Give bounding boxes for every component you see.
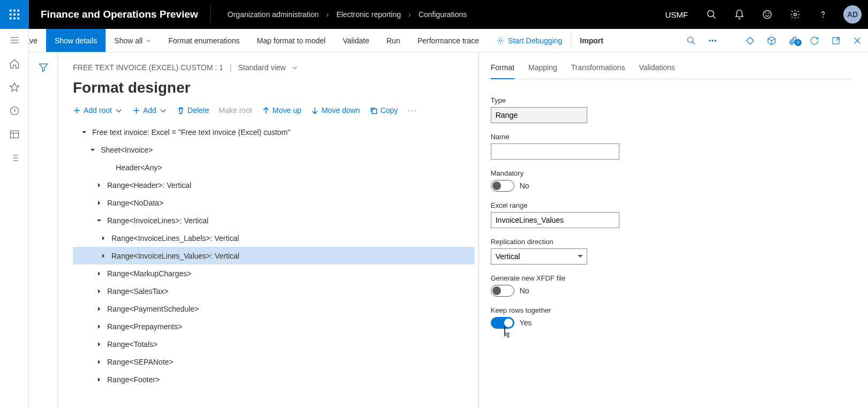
add-button[interactable]: Add: [132, 106, 167, 115]
star-icon[interactable]: [9, 81, 20, 93]
mandatory-label: Mandatory: [491, 169, 641, 177]
hamburger-icon[interactable]: [9, 34, 20, 46]
workspace-icon[interactable]: [9, 129, 20, 140]
tree-row[interactable]: Range<SEPANote>: [73, 353, 475, 371]
show-all-button[interactable]: Show all: [106, 29, 160, 52]
svg-rect-2: [18, 10, 20, 12]
tree-row[interactable]: Free text invoice: Excel = "Free text in…: [73, 123, 475, 141]
svg-line-19: [692, 42, 695, 44]
add-root-button[interactable]: Add root: [73, 106, 123, 115]
xfdf-toggle[interactable]: [491, 285, 514, 297]
tree-row[interactable]: Range<PaymentSchedule>: [73, 300, 475, 318]
start-debugging-button[interactable]: Start Debugging: [488, 29, 571, 52]
import-button[interactable]: Import: [571, 29, 612, 52]
expand-icon[interactable]: [100, 235, 107, 242]
svg-point-12: [766, 13, 766, 13]
make-root-button: Make root: [219, 106, 252, 115]
refresh-icon[interactable]: [804, 36, 825, 46]
show-details-button[interactable]: Show details: [46, 29, 106, 52]
expand-icon[interactable]: [95, 358, 103, 366]
tree-row[interactable]: Range<SalesTax>: [73, 282, 475, 300]
tab-mapping[interactable]: Mapping: [528, 63, 557, 79]
keep-rows-toggle[interactable]: [491, 317, 514, 329]
type-input[interactable]: [491, 107, 587, 123]
top-bar: Finance and Operations Preview Organizat…: [0, 0, 868, 29]
svg-point-17: [499, 40, 502, 42]
format-tree: Free text invoice: Excel = "Free text in…: [58, 118, 475, 408]
tree-row[interactable]: Range<Header>: Vertical: [73, 176, 475, 194]
tab-validations[interactable]: Validations: [639, 63, 675, 79]
close-icon[interactable]: [847, 36, 868, 46]
more-icon[interactable]: ···: [408, 106, 417, 115]
mandatory-toggle[interactable]: [491, 180, 514, 192]
expand-icon[interactable]: [95, 305, 103, 313]
tab-format[interactable]: Format: [491, 63, 514, 79]
tree-row[interactable]: Range<Totals>: [73, 335, 475, 353]
more-icon[interactable]: [702, 36, 723, 46]
avatar[interactable]: AD: [843, 5, 862, 24]
format-form: Type Name Mandatory No Excel range Repli…: [491, 79, 641, 346]
breadcrumb-item[interactable]: Configurations: [418, 10, 467, 19]
move-down-button[interactable]: Move down: [311, 106, 360, 115]
svg-rect-0: [10, 10, 12, 12]
search-icon[interactable]: [698, 0, 725, 29]
expand-icon[interactable]: [80, 129, 88, 136]
delete-button[interactable]: Delete: [177, 106, 209, 115]
breadcrumb-item[interactable]: Organization administration: [228, 10, 319, 19]
breadcrumb-item[interactable]: Electronic reporting: [336, 10, 401, 19]
tree-row[interactable]: Range<MarkupCharges>: [73, 265, 475, 282]
format-enumerations-button[interactable]: Format enumerations: [160, 29, 248, 52]
tree-row[interactable]: Range<InvoiceLines>: Vertical: [73, 211, 475, 229]
expand-icon[interactable]: [95, 270, 103, 277]
move-up-button[interactable]: Move up: [262, 106, 302, 115]
clock-icon[interactable]: [9, 105, 20, 117]
tree-row[interactable]: Header<Any>: [73, 158, 475, 176]
attachment-icon[interactable]: [782, 36, 804, 46]
validate-button[interactable]: Validate: [334, 29, 378, 52]
expand-icon[interactable]: [95, 199, 103, 207]
module-icon[interactable]: [9, 152, 20, 164]
diamond-icon[interactable]: [739, 36, 761, 46]
svg-point-15: [823, 17, 824, 18]
tree-row[interactable]: Sheet<Invoice>: [73, 141, 475, 158]
replication-select[interactable]: Vertical: [491, 248, 587, 265]
tree-row[interactable]: Range<NoData>: [73, 194, 475, 211]
expand-icon[interactable]: [100, 252, 107, 260]
excel-range-input[interactable]: [491, 212, 619, 228]
tree-row-selected[interactable]: Range<InvoiceLines_Values>: Vertical: [73, 247, 475, 265]
popout-icon[interactable]: [825, 36, 847, 46]
expand-icon[interactable]: [95, 288, 103, 295]
tab-transformations[interactable]: Transformations: [571, 63, 625, 79]
expand-icon[interactable]: [95, 323, 103, 330]
waffle-icon[interactable]: [0, 0, 29, 29]
expand-icon[interactable]: [95, 182, 103, 189]
svg-rect-7: [13, 18, 16, 20]
run-button[interactable]: Run: [378, 29, 409, 52]
chevron-down-icon[interactable]: [292, 65, 298, 71]
performance-trace-button[interactable]: Performance trace: [409, 29, 488, 52]
expand-icon[interactable]: [95, 217, 103, 224]
splitter[interactable]: [475, 52, 483, 408]
tree-row[interactable]: Range<InvoiceLines_Labels>: Vertical: [73, 229, 475, 247]
view-selector[interactable]: Standard view: [238, 63, 286, 72]
tree-row[interactable]: Range<Footer>: [73, 371, 475, 388]
help-icon[interactable]: [809, 0, 837, 29]
company-code[interactable]: USMF: [656, 10, 698, 19]
svg-point-9: [708, 11, 714, 17]
package-icon[interactable]: [761, 36, 782, 46]
home-icon[interactable]: [9, 58, 20, 70]
breadcrumb: Organization administration › Electronic…: [211, 10, 484, 19]
tree-row[interactable]: Range<Prepayments>: [73, 318, 475, 335]
filter-icon[interactable]: [38, 62, 49, 408]
map-format-button[interactable]: Map format to model: [248, 29, 334, 52]
search-action-icon[interactable]: [680, 36, 702, 46]
gear-icon[interactable]: [781, 0, 809, 29]
name-input[interactable]: [491, 143, 619, 160]
copy-button[interactable]: Copy: [370, 106, 398, 115]
expand-icon[interactable]: [89, 146, 96, 154]
svg-point-21: [712, 40, 713, 41]
expand-icon[interactable]: [95, 341, 103, 348]
smile-icon[interactable]: [753, 0, 781, 29]
expand-icon[interactable]: [95, 376, 103, 383]
bell-icon[interactable]: [725, 0, 753, 29]
